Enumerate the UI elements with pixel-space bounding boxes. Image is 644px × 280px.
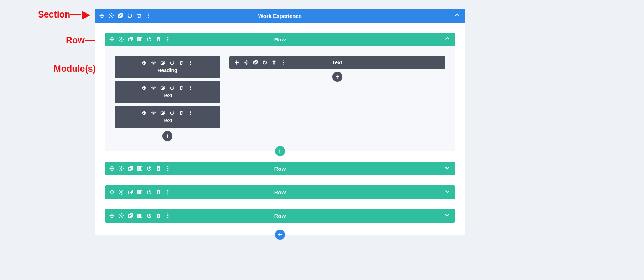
gear-icon[interactable] [151, 110, 156, 115]
column-1: Heading Text [115, 56, 220, 141]
module-text[interactable]: Text [229, 56, 445, 69]
row-header-2[interactable]: Row [105, 162, 455, 175]
duplicate-icon[interactable] [128, 36, 133, 42]
more-icon[interactable] [165, 36, 171, 42]
columns-icon[interactable] [137, 189, 143, 195]
move-icon[interactable] [109, 189, 115, 195]
move-icon[interactable] [109, 36, 115, 42]
trash-icon[interactable] [156, 213, 161, 219]
chevron-down-icon[interactable] [444, 165, 450, 172]
move-icon[interactable] [142, 110, 147, 115]
trash-icon[interactable] [156, 189, 161, 195]
module-toolbar [120, 85, 215, 90]
trash-icon[interactable] [136, 13, 142, 19]
move-icon[interactable] [109, 166, 115, 171]
more-icon[interactable] [146, 13, 151, 19]
arrow-right-icon: ▶ [82, 10, 89, 20]
row-header-4[interactable]: Row [105, 209, 455, 222]
more-icon[interactable] [188, 85, 193, 90]
add-section-button[interactable]: + [275, 230, 285, 240]
module-toolbar [120, 110, 215, 115]
module-text[interactable]: Text [115, 106, 220, 128]
columns-icon[interactable] [137, 213, 143, 219]
arrow-line [85, 40, 96, 41]
chevron-down-icon[interactable] [444, 189, 450, 196]
module-toolbar [120, 60, 215, 65]
trash-icon[interactable] [272, 60, 277, 65]
more-icon[interactable] [281, 60, 286, 65]
column-2: Text + [229, 56, 445, 141]
row-toolbar [109, 213, 171, 219]
move-icon[interactable] [142, 60, 147, 65]
chevron-up-icon[interactable] [454, 12, 460, 19]
section-body: Row Heading [95, 22, 465, 235]
duplicate-icon[interactable] [128, 166, 133, 171]
more-icon[interactable] [165, 166, 171, 171]
move-icon[interactable] [99, 13, 105, 19]
add-module-button[interactable]: + [332, 72, 342, 82]
power-icon[interactable] [146, 166, 152, 171]
row-toolbar [109, 166, 171, 171]
gear-icon[interactable] [118, 213, 124, 219]
module-toolbar [234, 60, 286, 65]
move-icon[interactable] [109, 213, 115, 219]
power-icon[interactable] [146, 213, 152, 219]
row-header-1[interactable]: Row [105, 32, 455, 46]
power-icon[interactable] [262, 60, 267, 65]
module-label: Heading [120, 68, 215, 73]
chevron-down-icon[interactable] [444, 212, 450, 219]
annotation-section-label: Section [38, 9, 70, 20]
duplicate-icon[interactable] [118, 13, 123, 19]
columns-icon[interactable] [137, 166, 143, 171]
more-icon[interactable] [165, 189, 171, 195]
row-body-1: Heading Text [105, 46, 455, 151]
annotation-modules-label: Module(s) [54, 64, 96, 74]
power-icon[interactable] [170, 60, 175, 65]
plus-icon: + [278, 231, 282, 239]
row-header-3[interactable]: Row [105, 185, 455, 199]
duplicate-icon[interactable] [128, 213, 133, 219]
trash-icon[interactable] [179, 110, 184, 115]
duplicate-icon[interactable] [128, 189, 133, 195]
move-icon[interactable] [142, 85, 147, 90]
annotation-row-label: Row [66, 35, 85, 45]
module-label: Text [120, 118, 215, 123]
row-toolbar [109, 189, 171, 195]
gear-icon[interactable] [151, 60, 156, 65]
duplicate-icon[interactable] [160, 60, 165, 65]
more-icon[interactable] [188, 60, 193, 65]
module-text[interactable]: Text [115, 81, 220, 103]
gear-icon[interactable] [118, 189, 124, 195]
plus-icon: + [166, 132, 170, 140]
power-icon[interactable] [146, 189, 152, 195]
arrow-line [70, 14, 81, 15]
columns-icon[interactable] [137, 36, 143, 42]
gear-icon[interactable] [244, 60, 249, 65]
trash-icon[interactable] [156, 36, 161, 42]
gear-icon[interactable] [108, 13, 114, 19]
gear-icon[interactable] [151, 85, 156, 90]
trash-icon[interactable] [179, 85, 184, 90]
section-header[interactable]: Work Experience [95, 9, 465, 22]
chevron-up-icon[interactable] [444, 36, 450, 43]
power-icon[interactable] [127, 13, 133, 19]
trash-icon[interactable] [156, 166, 161, 171]
power-icon[interactable] [146, 36, 152, 42]
duplicate-icon[interactable] [160, 85, 165, 90]
power-icon[interactable] [170, 85, 175, 90]
gear-icon[interactable] [118, 166, 124, 171]
trash-icon[interactable] [179, 60, 184, 65]
move-icon[interactable] [234, 60, 239, 65]
row-group-1: Row Heading [105, 32, 455, 151]
duplicate-icon[interactable] [160, 110, 165, 115]
add-row-button[interactable]: + [275, 146, 285, 156]
duplicate-icon[interactable] [253, 60, 258, 65]
more-icon[interactable] [188, 110, 193, 115]
gear-icon[interactable] [118, 36, 124, 42]
module-label: Text [120, 92, 215, 98]
add-module-button[interactable]: + [162, 131, 172, 141]
plus-icon: + [278, 148, 282, 155]
more-icon[interactable] [165, 213, 171, 219]
module-heading[interactable]: Heading [115, 56, 220, 78]
power-icon[interactable] [170, 110, 175, 115]
